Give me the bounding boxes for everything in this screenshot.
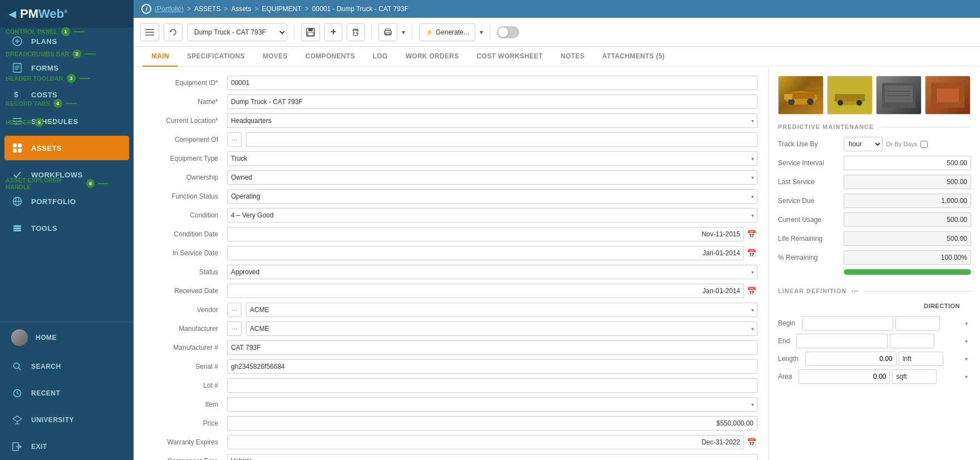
equipment-id-input[interactable] (227, 76, 757, 90)
tab-cost-worksheet[interactable]: COST WORKSHEET (468, 47, 552, 67)
lightning-icon: ⚡ (425, 28, 434, 36)
sidebar-item-costs[interactable]: $ COSTS (0, 81, 134, 108)
linear-more-button[interactable]: ··· (851, 286, 858, 296)
sidebar-item-tools[interactable]: TOOLS (0, 215, 134, 241)
svg-point-21 (14, 363, 19, 369)
save-button[interactable] (301, 23, 320, 41)
sidebar-item-exit[interactable]: EXIT (0, 433, 134, 460)
sidebar-item-recent[interactable]: RECENT (0, 380, 134, 407)
generate-button[interactable]: ⚡ Generate... (419, 23, 475, 41)
life-remaining-input[interactable] (844, 231, 971, 246)
image-thumb-1[interactable] (778, 76, 824, 115)
image-thumb-4[interactable] (925, 76, 971, 115)
record-selector[interactable]: Dump Truck - CAT 793F (187, 23, 287, 41)
current-usage-input[interactable] (844, 212, 971, 227)
tab-main[interactable]: MAIN (142, 47, 178, 67)
vendor-ellipsis[interactable]: ··· (227, 303, 242, 317)
delete-button[interactable] (347, 23, 365, 41)
last-service-input[interactable] (844, 175, 971, 189)
end-select[interactable] (890, 334, 934, 348)
svg-rect-50 (885, 86, 913, 102)
ownership-select[interactable]: Owned (227, 170, 757, 185)
tab-work-orders[interactable]: WORK ORDERS (397, 47, 468, 67)
tab-components[interactable]: COMPONENTS (297, 47, 364, 67)
assets-label: ASSETS (31, 144, 62, 152)
name-label: Name* (145, 98, 223, 106)
pct-remaining-input[interactable] (844, 250, 971, 265)
lot-input[interactable] (227, 378, 757, 393)
warranty-input[interactable] (227, 435, 744, 449)
breadcrumb-portfolio[interactable]: (Portfolio) (155, 5, 184, 13)
print-dropdown-arrow[interactable]: ▾ (402, 28, 405, 36)
vendor-row: Vendor ··· ACME ▾ (145, 303, 757, 317)
condition-date-cal-btn[interactable]: 📅 (745, 228, 757, 240)
image-thumb-3[interactable] (876, 76, 922, 115)
function-status-select[interactable]: Operating (227, 189, 757, 204)
current-location-select[interactable]: Headquarters (227, 113, 757, 128)
main-area: i (Portfolio) > ASSETS > Assets > EQUIPM… (134, 0, 980, 460)
sidebar-item-workflows[interactable]: WORKFLOWS (0, 161, 134, 188)
sidebar-item-forms[interactable]: FORMS (0, 55, 134, 81)
area-unit-select[interactable]: sqft (892, 369, 937, 384)
area-label: Area (778, 373, 796, 380)
sidebar: ◀ PMWeb® PLANS FORMS (0, 0, 134, 460)
in-service-date-cal-btn[interactable]: 📅 (745, 247, 757, 259)
service-due-input[interactable] (844, 194, 971, 208)
print-button[interactable] (378, 23, 397, 41)
price-input[interactable] (227, 416, 757, 431)
tab-specifications[interactable]: SPECIFICATIONS (178, 47, 254, 67)
tab-moves[interactable]: MOVES (254, 47, 297, 67)
track-use-by-select[interactable]: hour (844, 137, 883, 151)
sidebar-item-assets[interactable]: ASSETS (4, 136, 129, 160)
or-by-days-text: Or By Days (886, 141, 917, 147)
manufacturer-ellipsis[interactable]: ··· (227, 321, 242, 336)
end-input-1[interactable] (796, 334, 888, 348)
function-status-wrap: Operating ▾ (227, 189, 757, 204)
warranty-cal-btn[interactable]: 📅 (745, 436, 757, 448)
item-select[interactable] (227, 397, 757, 412)
or-by-days-checkbox[interactable] (920, 141, 928, 148)
service-interval-label: Service Interval (778, 159, 839, 167)
info-icon[interactable]: i (141, 4, 151, 14)
length-unit-select[interactable]: lnft (899, 352, 943, 366)
generate-dropdown-arrow[interactable]: ▾ (480, 28, 483, 36)
sidebar-item-portfolio[interactable]: PORTFOLIO (0, 188, 134, 215)
sidebar-bottom: HOME SEARCH RECENT UNIVERS (0, 321, 134, 460)
sidebar-item-home[interactable]: HOME (0, 322, 134, 353)
name-input[interactable] (227, 95, 757, 109)
sidebar-item-plans[interactable]: PLANS (0, 28, 134, 55)
tab-attachments[interactable]: ATTACHMENTS (5) (593, 47, 673, 67)
image-thumb-2[interactable] (827, 76, 873, 115)
length-input[interactable] (805, 352, 897, 366)
tab-notes[interactable]: NOTES (551, 47, 593, 67)
manufacturer-num-input[interactable] (227, 340, 757, 355)
component-type-select[interactable]: Vehicle (227, 454, 757, 460)
received-date-cal-btn[interactable]: 📅 (745, 285, 757, 297)
sidebar-item-university[interactable]: UNIVERSITY (0, 407, 134, 433)
add-button[interactable]: + (324, 23, 342, 41)
status-select[interactable]: Approved (227, 265, 757, 279)
condition-select[interactable]: 4 – Very Good (227, 208, 757, 222)
progress-bar-fill (844, 269, 971, 275)
manufacturer-select[interactable]: ACME (246, 321, 757, 336)
component-of-input[interactable] (246, 132, 757, 147)
condition-date-input[interactable] (227, 227, 744, 241)
sidebar-item-search[interactable]: SEARCH (0, 353, 134, 380)
progress-bar-row (778, 269, 971, 275)
area-input[interactable] (799, 369, 890, 384)
list-view-button[interactable] (140, 23, 159, 41)
received-date-input[interactable] (227, 284, 744, 298)
serial-input[interactable] (227, 359, 757, 374)
component-of-ellipsis[interactable]: ··· (227, 132, 242, 147)
equipment-type-select[interactable]: Truck (227, 151, 757, 166)
status-wrap: Approved ▾ (227, 265, 757, 279)
in-service-date-input[interactable] (227, 246, 744, 260)
tab-log[interactable]: LOG (364, 47, 397, 67)
vendor-select[interactable]: ACME (246, 303, 757, 317)
service-interval-input[interactable] (844, 156, 971, 170)
begin-input-1[interactable] (802, 316, 893, 330)
toggle-switch[interactable] (497, 26, 519, 38)
sidebar-item-schedules[interactable]: SCHEDULES (0, 108, 134, 135)
undo-button[interactable] (164, 23, 183, 41)
begin-select[interactable] (895, 316, 940, 330)
